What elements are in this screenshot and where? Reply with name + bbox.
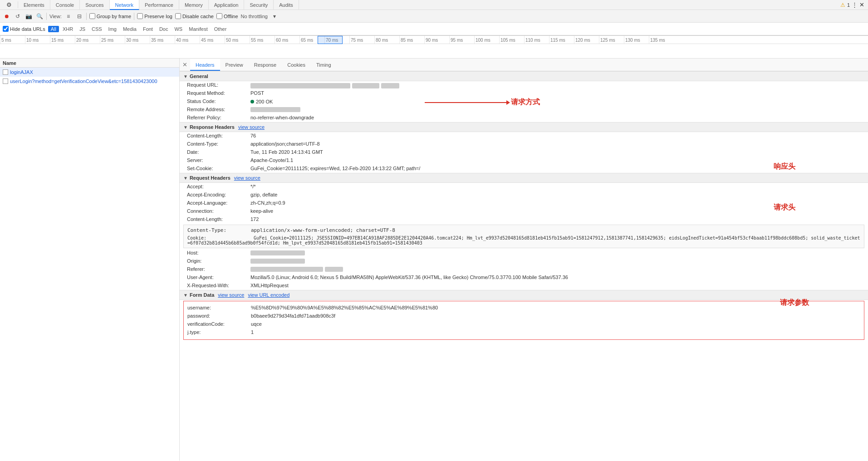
tab-sources[interactable]: Sources: [80, 0, 109, 10]
status-code-row: Status Code: 200 OK: [180, 98, 868, 106]
view-detail-button[interactable]: ⊟: [75, 12, 83, 20]
filter-type-xhr[interactable]: XHR: [60, 26, 76, 32]
req-content-length-value: 172: [250, 216, 259, 223]
general-section-header[interactable]: ▼ General: [180, 71, 868, 81]
timeline-tick: 120 ms: [574, 36, 599, 44]
referrer-policy-row: Referrer Policy: no-referrer-when-downgr…: [180, 114, 868, 122]
close-detail-button[interactable]: ✕: [180, 59, 190, 71]
timeline-tick: 20 ms: [75, 36, 100, 44]
response-headers-section-header[interactable]: ▼ Response Headers view source: [180, 122, 868, 132]
request-list: Name loginAJAX userLogin?method=getVerif…: [0, 59, 180, 461]
sub-tab-preview[interactable]: Preview: [220, 59, 249, 71]
request-item-1[interactable]: userLogin?method=getVerificationCodeView…: [0, 77, 179, 86]
cookie-box: Content-Type: application/x-www-form-url…: [183, 225, 864, 248]
record-button[interactable]: ⏺: [3, 12, 11, 20]
tab-security[interactable]: Security: [244, 0, 274, 10]
offline-input[interactable]: [216, 13, 222, 19]
req-referer-label: Referer:: [187, 266, 250, 273]
settings-icon[interactable]: ⋮: [852, 1, 858, 8]
request-headers-title: Request Headers: [190, 175, 230, 181]
tab-memory[interactable]: Memory: [179, 0, 209, 10]
request-method-label: Request Method:: [187, 90, 250, 97]
timeline-tick: 40 ms: [175, 36, 200, 44]
disable-cache-checkbox[interactable]: Disable cache: [175, 13, 214, 19]
view-label: View:: [49, 14, 62, 19]
tab-network[interactable]: Network: [110, 0, 139, 10]
tab-console[interactable]: Console: [50, 0, 80, 10]
timeline-tick: 60 ms: [275, 36, 299, 44]
req-origin-label: Origin:: [187, 258, 250, 265]
no-throttling-label: No throttling: [241, 14, 268, 19]
view-url-encoded-link[interactable]: view URL encoded: [248, 292, 289, 298]
camera-button[interactable]: 📷: [25, 12, 33, 20]
sub-tab-timing[interactable]: Timing: [311, 59, 337, 71]
sub-tab-response[interactable]: Response: [249, 59, 282, 71]
throttling-dropdown[interactable]: ▾: [270, 12, 279, 20]
filter-types: All XHR JS CSS Img Media Font Doc WS Man…: [48, 26, 230, 32]
general-section: ▼ General Request URL: Request Method: P…: [180, 71, 868, 122]
sub-tab-headers[interactable]: Headers: [190, 59, 220, 71]
request-checkbox-1[interactable]: [3, 78, 8, 84]
timeline-tick: 75 ms: [349, 36, 374, 44]
filter-type-other[interactable]: Other: [211, 26, 230, 32]
group-by-frame-input[interactable]: [89, 13, 95, 19]
req-user-agent-row: User-Agent: Mozilla/5.0 (Linux; Android …: [180, 274, 868, 282]
view-source-response-link[interactable]: view source: [238, 124, 265, 130]
req-content-type-row: Content-Type: application/x-www-form-url…: [187, 227, 860, 235]
tab-audits[interactable]: Audits: [274, 0, 299, 10]
request-item-0[interactable]: loginAJAX: [0, 68, 179, 77]
close-icon[interactable]: ✕: [859, 1, 864, 8]
req-connection-row: Connection: keep-alive: [180, 207, 868, 216]
filter-type-css[interactable]: CSS: [89, 26, 105, 32]
tab-application[interactable]: Application: [209, 0, 245, 10]
remote-address-row: Remote Address:: [180, 106, 868, 114]
request-checkbox-0[interactable]: [3, 69, 8, 75]
search-button[interactable]: 🔍: [35, 12, 44, 20]
group-by-frame-checkbox[interactable]: Group by frame: [89, 13, 131, 19]
form-data-box: username: %E5%8D%97%E9%80%9A%E5%88%82%E5…: [183, 301, 864, 340]
filter-type-all[interactable]: All: [48, 26, 59, 32]
sub-tabs: ✕ Headers Preview Response Cookies Timin…: [180, 59, 868, 71]
hide-data-urls-checkbox[interactable]: Hide data URLs: [3, 26, 45, 32]
req-accept-label: Accept:: [187, 184, 250, 190]
preserve-log-checkbox[interactable]: Preserve log: [137, 13, 172, 19]
view-list-button[interactable]: ≡: [64, 12, 73, 20]
resp-server-row: Server: Apache-Coyote/1.1: [180, 157, 868, 165]
filter-type-js[interactable]: JS: [77, 26, 88, 32]
form-data-section-header[interactable]: ▼ Form Data view source view URL encoded: [180, 290, 868, 300]
disable-cache-input[interactable]: [175, 13, 181, 19]
form-username-row: username: %E5%8D%97%E9%80%9A%E5%88%82%E5…: [187, 304, 860, 312]
timeline-tick: 130 ms: [624, 36, 649, 44]
filter-type-font[interactable]: Font: [140, 26, 156, 32]
request-url-row: Request URL:: [180, 81, 868, 89]
req-accept-language-label: Accept-Language:: [187, 200, 250, 206]
refresh-button[interactable]: ↺: [14, 12, 22, 20]
hide-data-urls-input[interactable]: [3, 26, 9, 32]
request-headers-section-header[interactable]: ▼ Request Headers view source: [180, 173, 868, 183]
sub-tab-cookies[interactable]: Cookies: [282, 59, 311, 71]
filter-type-ws[interactable]: WS: [172, 26, 185, 32]
view-source-form-link[interactable]: view source: [218, 292, 244, 298]
form-jtype-value: 1: [251, 329, 254, 336]
filter-type-img[interactable]: Img: [106, 26, 119, 32]
tab-performance[interactable]: Performance: [139, 0, 179, 10]
resp-date-label: Date:: [187, 149, 250, 156]
filter-type-manifest[interactable]: Manifest: [186, 26, 211, 32]
filter-type-media[interactable]: Media: [120, 26, 139, 32]
request-method-value: POST: [250, 90, 264, 97]
preserve-log-input[interactable]: [137, 13, 143, 19]
filter-type-doc[interactable]: Doc: [157, 26, 171, 32]
view-source-request-link[interactable]: view source: [234, 175, 260, 181]
form-username-label: username:: [187, 305, 251, 311]
tab-bar: ⚙ Elements Console Sources Network Perfo…: [0, 0, 868, 10]
timeline-tick: 135 ms: [649, 36, 674, 44]
timeline-tick: 100 ms: [474, 36, 499, 44]
resp-set-cookie-label: Set-Cookie:: [187, 166, 250, 172]
form-verification-row: verificationCode: uqce: [187, 320, 860, 329]
warning-count: 1: [847, 2, 850, 8]
req-x-requested-label: X-Requested-With:: [187, 283, 250, 289]
offline-checkbox[interactable]: Offline: [216, 13, 238, 19]
timeline-tick: 125 ms: [599, 36, 624, 44]
request-url-label: Request URL:: [187, 82, 250, 88]
tab-elements[interactable]: Elements: [18, 0, 50, 10]
